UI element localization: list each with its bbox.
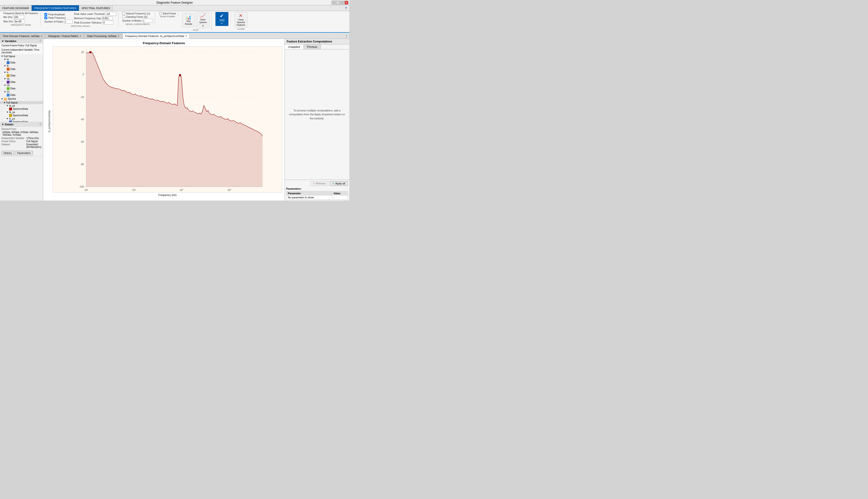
help-btn[interactable]: ? xyxy=(343,5,349,11)
tree-va-data[interactable]: Data xyxy=(0,81,43,84)
variables-menu-icon[interactable]: ⋮ xyxy=(39,40,41,43)
right-panel-tabs: Unapplied Previous xyxy=(285,45,349,49)
frame-policy-details-val: Full Signal xyxy=(26,140,38,143)
doc-tab-freq-domain[interactable]: Frequency-Domain Features: Ia_ps/Spectru… xyxy=(123,33,190,39)
peak-value-lower-input[interactable] xyxy=(105,12,116,16)
chart-area: Frequency-Domain Features Ia_ps/Spectrum… xyxy=(43,39,285,200)
sidebar-bottom-buttons: History Parameters xyxy=(0,150,43,156)
max-hz-input[interactable] xyxy=(14,20,25,23)
band-power-group-label: BAND POWER xyxy=(159,15,176,18)
y-axis-label: Ia_ps/SpectrumData xyxy=(48,110,51,132)
doc-tab-menu[interactable]: ⋮ xyxy=(343,33,349,39)
tree-ia-ps-spectrumdata[interactable]: SpectrumData xyxy=(0,107,43,111)
parameters-btn[interactable]: Parameters xyxy=(15,151,33,155)
right-panel-notice: To process multiple computations, add a … xyxy=(287,109,347,121)
tree-ib-ps[interactable]: ▼ Ib_ps xyxy=(0,111,43,114)
apply-arrow[interactable]: ▼ xyxy=(219,22,225,24)
details-menu-icon[interactable]: ⋮ xyxy=(39,123,41,126)
min-hz-row: Min (Hz) xyxy=(3,15,38,19)
doc-tab-histogram-close[interactable]: ✕ xyxy=(79,35,81,37)
apply-all-btn[interactable]: ✔ Apply all xyxy=(330,181,348,186)
damping-factor-checkbox[interactable] xyxy=(122,15,125,18)
tab-feature-designer[interactable]: FEATURE DESIGNER xyxy=(0,5,32,11)
svg-text:10⁴: 10⁴ xyxy=(180,188,184,191)
spectral-peaks-left: Peak Amplitude Peak Frequency Number of … xyxy=(45,13,73,24)
doc-tab-histogram[interactable]: Histogram: FeatureTable1 ✕ xyxy=(46,33,84,39)
tree-ib-data[interactable]: Data xyxy=(0,68,43,71)
more-spectra-arrow[interactable]: ▼ xyxy=(198,24,208,27)
doc-tab-time-domain[interactable]: Time-Domain Features: Ia/Data ✕ xyxy=(0,33,45,39)
tree-va[interactable]: ▼ Va xyxy=(0,77,43,81)
peak-amplitude-checkbox[interactable] xyxy=(45,13,47,16)
tree-ic-ps[interactable]: ▼ Ic_ps xyxy=(0,117,43,120)
peak-frequency-checkbox[interactable] xyxy=(45,16,47,19)
tree-ic-ps-label: Ic_ps xyxy=(9,118,15,120)
tab-spectral-features[interactable]: SPECTRAL FEATURES xyxy=(79,5,113,11)
number-of-peaks-input[interactable] xyxy=(64,20,73,24)
tree-vb[interactable]: ▼ Vb xyxy=(0,84,43,87)
history-btn[interactable]: History xyxy=(1,151,14,155)
tree-ic-data[interactable]: Data xyxy=(0,74,43,77)
svg-text:0: 0 xyxy=(83,73,84,76)
close-spectral-btn[interactable]: ✕ Close Spectral Features xyxy=(235,12,247,27)
variables-header-label: ▼ Variables xyxy=(1,40,16,42)
right-panel-tab-unapplied[interactable]: Unapplied xyxy=(285,45,304,49)
tree-ib-ps-spectrumdata[interactable]: SpectrumData xyxy=(0,114,43,117)
minimize-btn[interactable]: ─ xyxy=(331,1,336,4)
more-spectra-btn[interactable]: 📈 More Spectra ▼ xyxy=(197,12,210,28)
right-panel-tab-previous[interactable]: Previous xyxy=(304,45,321,49)
tree-ia-ps[interactable]: ▼ Ia_ps xyxy=(0,104,43,107)
frame-policy-row: Current Frame Policy: Full Signal xyxy=(0,44,43,48)
tree-ia-data[interactable]: Data xyxy=(0,61,43,64)
tree-ic-ps-spectrumdata[interactable]: SpectrumData xyxy=(0,120,43,122)
remove-btn[interactable]: ✕ Remove xyxy=(310,181,328,186)
maximize-btn[interactable]: □ xyxy=(340,1,344,4)
peak-amplitude-row: Peak Amplitude xyxy=(45,13,73,16)
doc-tab-time-domain-close[interactable]: ✕ xyxy=(40,35,42,37)
tree-vc-data[interactable]: Data xyxy=(0,94,43,97)
doc-tab-time-domain-label: Time-Domain Features: Ia/Data xyxy=(3,35,40,37)
spectral-peaks-content: Peak Amplitude Peak Frequency Number of … xyxy=(45,12,116,24)
tree-spectra-full-signal[interactable]: ▼ Full Signal xyxy=(0,101,43,104)
close-btn-window[interactable]: ✕ xyxy=(344,1,348,4)
peak-value-lower-label: Peak Value Lower Threshold xyxy=(74,13,104,15)
number-of-modes-input[interactable] xyxy=(142,19,153,23)
number-of-peaks-spinner xyxy=(64,20,73,24)
apply-btn[interactable]: ✔ Apply ▼ xyxy=(215,12,228,26)
variables-section-header[interactable]: ▼ Variables ⋮ xyxy=(0,39,43,44)
peak-marker-2 xyxy=(179,74,181,76)
tree-vc[interactable]: ▼ Vc xyxy=(0,90,43,94)
tree-spectra[interactable]: ▼ ▦ Spectra xyxy=(0,97,43,101)
window-controls: ─ ⬜ □ ✕ xyxy=(331,1,348,4)
details-section-header[interactable]: ▼ Details ⋮ xyxy=(0,122,43,127)
band-power-row: Band Power xyxy=(159,12,176,15)
main-layout: ▼ Variables ⋮ Current Frame Policy: Full… xyxy=(0,39,349,200)
min-hz-input[interactable] xyxy=(13,15,24,19)
plot-results-label: Plot Results xyxy=(183,20,194,25)
independent-variable-key: Independent Variable: xyxy=(1,137,25,139)
tree-vb-data[interactable]: Data xyxy=(0,87,43,90)
band-power-checkbox[interactable] xyxy=(159,12,162,15)
tree-full-signal[interactable]: ▼ Full Signal xyxy=(0,55,43,58)
doc-tab-histogram-label: Histogram: FeatureTable1 xyxy=(48,35,79,37)
restore-btn[interactable]: ⬜ xyxy=(336,1,340,4)
ib-data-icon xyxy=(7,68,10,71)
natural-freq-checkbox[interactable] xyxy=(122,12,125,15)
natural-freq-label: Natural Frequency (ω) xyxy=(126,12,150,15)
ribbon-group-apply: ✔ Apply ▼ xyxy=(214,12,230,26)
tree-ia[interactable]: ▼ Ia xyxy=(0,58,43,61)
tree-ib[interactable]: ▼ Ib xyxy=(0,64,43,68)
tree-ic[interactable]: ▼ Ic xyxy=(0,71,43,74)
dataset-row: Dataset: Ensemble1 (80 Members) xyxy=(1,143,41,148)
doc-tab-data-processing[interactable]: Data Processing: Ia/Data ✕ xyxy=(85,33,122,39)
ribbon-group-modal-coefficients: Natural Frequency (ω) Damping Factor (Q)… xyxy=(121,12,155,25)
tab-frequency-domain[interactable]: FREQUENCY-DOMAIN FEATURES xyxy=(32,5,79,11)
plot-group-label: PLOT xyxy=(182,29,210,31)
doc-tab-freq-domain-close[interactable]: ✕ xyxy=(185,35,187,37)
min-freq-gap-input[interactable] xyxy=(102,16,113,20)
plot-results-btn[interactable]: 📊 Plot Results xyxy=(182,13,195,27)
doc-tab-data-processing-close[interactable]: ✕ xyxy=(117,35,119,37)
modal-coeff-fields: Natural Frequency (ω) Damping Factor (Q)… xyxy=(122,12,153,23)
peak-excursion-input[interactable] xyxy=(103,21,113,24)
max-hz-label: Max (Hz) xyxy=(3,20,13,23)
